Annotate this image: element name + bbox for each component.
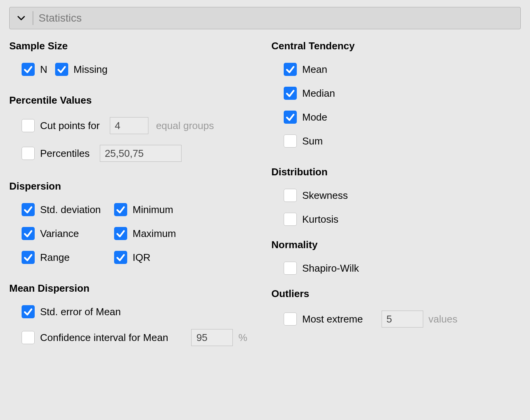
label-mode: Mode bbox=[302, 111, 327, 123]
input-ci-mean[interactable]: 95 bbox=[191, 329, 233, 346]
group-sample-size-title: Sample Size bbox=[9, 40, 271, 52]
label-se-mean: Std. error of Mean bbox=[40, 306, 121, 318]
label-most-extreme: Most extreme bbox=[302, 313, 363, 325]
group-percentile-title: Percentile Values bbox=[9, 94, 271, 106]
checkbox-mean[interactable] bbox=[284, 63, 297, 76]
label-iqr: IQR bbox=[133, 252, 150, 264]
label-median: Median bbox=[302, 87, 335, 99]
group-mean-dispersion-title: Mean Dispersion bbox=[9, 282, 271, 294]
label-min: Minimum bbox=[133, 204, 173, 216]
label-std: Std. deviation bbox=[40, 204, 101, 216]
group-distribution-title: Distribution bbox=[271, 166, 503, 178]
label-kurtosis: Kurtosis bbox=[302, 213, 338, 225]
label-max: Maximum bbox=[133, 228, 176, 240]
checkbox-max[interactable] bbox=[114, 227, 127, 240]
checkbox-std[interactable] bbox=[22, 203, 35, 216]
checkbox-iqr[interactable] bbox=[114, 251, 127, 264]
group-normality-title: Normality bbox=[271, 239, 503, 251]
label-shapiro-wilk: Shapiro-Wilk bbox=[302, 262, 359, 274]
label-ci-mean: Confidence interval for Mean bbox=[40, 332, 168, 344]
hint-equal-groups: equal groups bbox=[156, 120, 214, 132]
checkbox-most-extreme[interactable] bbox=[284, 312, 297, 326]
statistics-section-header[interactable]: Statistics bbox=[9, 7, 521, 29]
checkbox-min[interactable] bbox=[114, 203, 127, 216]
checkbox-range[interactable] bbox=[22, 251, 35, 264]
group-outliers-title: Outliers bbox=[271, 288, 503, 300]
checkbox-shapiro-wilk[interactable] bbox=[284, 262, 297, 275]
label-percentiles: Percentiles bbox=[40, 148, 90, 160]
checkbox-kurtosis[interactable] bbox=[284, 213, 297, 226]
label-cut-points: Cut points for bbox=[40, 120, 100, 132]
checkbox-mode[interactable] bbox=[284, 111, 297, 124]
checkbox-missing[interactable] bbox=[55, 63, 68, 76]
unit-percent: % bbox=[238, 332, 247, 344]
checkbox-n[interactable] bbox=[22, 63, 35, 76]
checkbox-sum[interactable] bbox=[284, 134, 297, 148]
checkbox-se-mean[interactable] bbox=[22, 305, 35, 318]
section-title: Statistics bbox=[39, 12, 82, 24]
chevron-down-icon bbox=[10, 15, 33, 21]
input-cut-points[interactable]: 4 bbox=[110, 117, 148, 134]
label-skewness: Skewness bbox=[302, 190, 348, 202]
checkbox-median[interactable] bbox=[284, 87, 297, 100]
input-most-extreme[interactable]: 5 bbox=[382, 311, 423, 328]
group-dispersion-title: Dispersion bbox=[9, 180, 271, 192]
group-central-title: Central Tendency bbox=[271, 40, 503, 52]
checkbox-ci-mean[interactable] bbox=[22, 331, 35, 344]
label-sum: Sum bbox=[302, 135, 323, 147]
label-n: N bbox=[40, 64, 47, 76]
label-missing: Missing bbox=[74, 64, 108, 76]
unit-values: values bbox=[429, 313, 458, 325]
checkbox-skewness[interactable] bbox=[284, 189, 297, 202]
checkbox-cut-points[interactable] bbox=[22, 119, 35, 132]
input-percentiles[interactable]: 25,50,75 bbox=[100, 145, 182, 162]
checkbox-percentiles[interactable] bbox=[22, 147, 35, 160]
label-var: Variance bbox=[40, 228, 79, 240]
label-range: Range bbox=[40, 252, 70, 264]
checkbox-var[interactable] bbox=[22, 227, 35, 240]
header-divider bbox=[33, 11, 33, 25]
label-mean: Mean bbox=[302, 64, 327, 76]
